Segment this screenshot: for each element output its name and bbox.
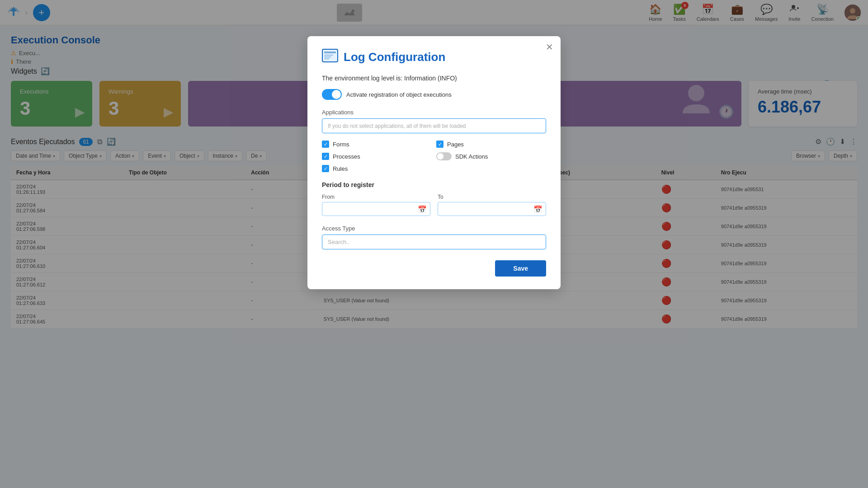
svg-rect-9 — [324, 52, 336, 53]
to-calendar-icon[interactable]: 📅 — [533, 205, 542, 213]
svg-rect-11 — [324, 56, 331, 57]
applications-input[interactable] — [322, 118, 546, 133]
modal-icon — [322, 49, 338, 66]
modal-footer: Save — [322, 260, 546, 277]
checkbox-pages: ✓ Pages — [436, 141, 546, 148]
activation-toggle[interactable] — [322, 89, 342, 100]
rules-label: Rules — [333, 165, 348, 172]
sdk-toggle-knob — [437, 153, 443, 160]
pages-label: Pages — [447, 141, 464, 148]
checkbox-forms: ✓ Forms — [322, 141, 432, 148]
processes-checkbox[interactable]: ✓ — [322, 153, 329, 160]
modal-header: Log Configuration — [322, 49, 546, 66]
processes-label: Processes — [333, 153, 360, 160]
log-config-modal: ✕ Log Configuration The environment log … — [307, 36, 561, 289]
modal-title: Log Configuration — [344, 50, 445, 64]
checkbox-sdk-actions: SDK Actions — [436, 152, 546, 160]
sdk-actions-toggle[interactable] — [436, 152, 452, 160]
from-calendar-icon[interactable]: 📅 — [418, 205, 427, 213]
applications-group: Applications — [322, 109, 546, 133]
forms-checkbox[interactable]: ✓ — [322, 141, 329, 148]
period-to-field: To 📅 — [438, 194, 546, 216]
from-label: From — [322, 194, 430, 200]
toggle-knob — [332, 90, 341, 99]
from-date-input[interactable] — [322, 202, 430, 216]
modal-close-button[interactable]: ✕ — [546, 42, 553, 52]
period-row: From 📅 To 📅 — [322, 194, 546, 216]
checkbox-rules: ✓ Rules — [322, 165, 432, 172]
modal-env-info: The environment log level is: Informatio… — [322, 75, 546, 82]
modal-overlay[interactable]: ✕ Log Configuration The environment log … — [0, 0, 868, 488]
svg-rect-12 — [324, 58, 330, 59]
access-type-section: Access Type — [322, 225, 546, 249]
applications-label: Applications — [322, 109, 546, 116]
checkbox-grid: ✓ Forms ✓ Pages ✓ Processes SDK Actions … — [322, 141, 546, 172]
access-type-label: Access Type — [322, 225, 546, 232]
toggle-row: Activate registration of object executio… — [322, 89, 546, 100]
access-type-search[interactable] — [322, 235, 546, 249]
rules-checkbox[interactable]: ✓ — [322, 165, 329, 172]
toggle-label: Activate registration of object executio… — [346, 91, 452, 98]
to-input-wrap: 📅 — [438, 202, 546, 216]
pages-checkbox[interactable]: ✓ — [436, 141, 443, 148]
period-from-field: From 📅 — [322, 194, 430, 216]
sdk-actions-label: SDK Actions — [455, 153, 488, 160]
period-section: Period to register From 📅 To 📅 — [322, 181, 546, 216]
checkbox-processes: ✓ Processes — [322, 152, 432, 160]
svg-rect-10 — [324, 55, 333, 56]
to-label: To — [438, 194, 546, 200]
from-input-wrap: 📅 — [322, 202, 430, 216]
save-button[interactable]: Save — [495, 260, 546, 277]
to-date-input[interactable] — [438, 202, 546, 216]
period-title: Period to register — [322, 181, 546, 188]
forms-label: Forms — [333, 141, 349, 148]
